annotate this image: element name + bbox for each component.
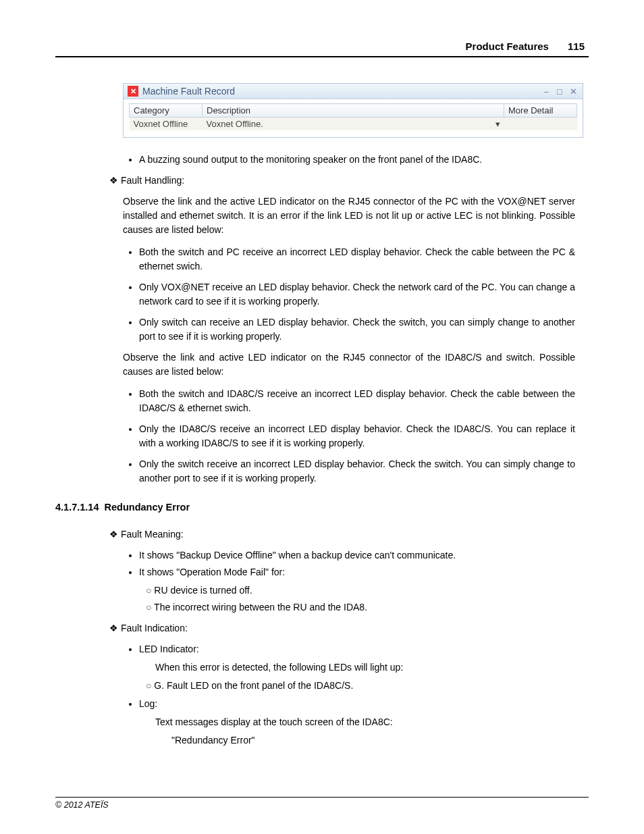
col-category[interactable]: Category [130,104,203,118]
bullet-item: It shows "Backup Device Offline" when a … [139,548,575,563]
header-page-number: 115 [568,41,585,52]
col-more-detail[interactable]: More Detail [504,104,577,118]
minimize-icon[interactable]: – [541,86,552,97]
quoted-text: "Redundancy Error" [171,733,575,748]
window-title: Machine Fault Record [142,86,538,97]
sub-bullet-item: The incorrect wiring between the RU and … [158,600,575,615]
cell-category: Voxnet Offline [130,118,203,131]
bullet-item: Only switch can receive an LED display b… [139,315,575,344]
page-header: Product Features 115 [55,41,589,57]
paragraph: Text messages display at the touch scree… [155,715,575,729]
section-heading: 4.1.7.1.14 Redundancy Error [55,502,589,513]
bullet-item: A buzzing sound output to the monitoring… [139,153,575,167]
paragraph: Observe the link and active LED indicato… [123,350,575,379]
dropdown-icon[interactable]: ▾ [481,118,504,131]
sub-bullet-item: RU device is turned off. [158,583,575,598]
bullet-item: Only VOX@NET receive an LED display beha… [139,280,575,309]
fault-table: Category Description More Detail Voxnet … [129,103,577,130]
maximize-icon[interactable]: □ [554,86,565,97]
document-body-2: Fault Meaning: It shows "Backup Device O… [123,527,575,748]
window-titlebar: ✕ Machine Fault Record – □ ✕ [124,84,583,99]
subheading-fault-handling: Fault Handling: [109,174,575,188]
col-description[interactable]: Description [203,104,504,118]
document-body: A buzzing sound output to the monitoring… [123,153,575,486]
bullet-item: Only the switch receive an incorrect LED… [139,457,575,486]
window-body: Category Description More Detail Voxnet … [124,99,583,137]
paragraph: Observe the link and the active LED indi… [123,194,575,237]
sub-bullet-item: G. Fault LED on the front panel of the I… [158,679,575,693]
section-number: 4.1.7.1.14 [55,502,99,513]
table-header-row: Category Description More Detail [130,104,577,118]
header-title: Product Features [466,41,549,52]
bullet-item: It shows "Operation Mode Fail" for: RU d… [139,565,575,615]
bullet-item: Both the switch and PC receive an incorr… [139,245,575,273]
fault-record-window: ✕ Machine Fault Record – □ ✕ Category De… [123,83,583,138]
subheading-fault-indication: Fault Indication: [109,621,575,635]
cell-more-detail [504,118,577,131]
bullet-item: Both the switch and IDA8C/S receive an i… [139,387,575,415]
table-row[interactable]: Voxnet Offline Voxnet Offline. ▾ [130,118,577,131]
app-icon: ✕ [128,86,138,97]
cell-description: Voxnet Offline. [203,118,481,131]
subheading-fault-meaning: Fault Meaning: [109,527,575,542]
paragraph: When this error is detected, the followi… [155,660,575,675]
section-title: Redundancy Error [105,502,190,513]
bullet-item: LED Indicator: When this error is detect… [139,642,575,693]
page-footer: © 2012 ATEÏS [55,797,589,810]
close-icon[interactable]: ✕ [568,86,579,97]
bullet-item: Log: Text messages display at the touch … [139,697,575,748]
bullet-item: Only the IDA8C/S receive an incorrect LE… [139,422,575,450]
